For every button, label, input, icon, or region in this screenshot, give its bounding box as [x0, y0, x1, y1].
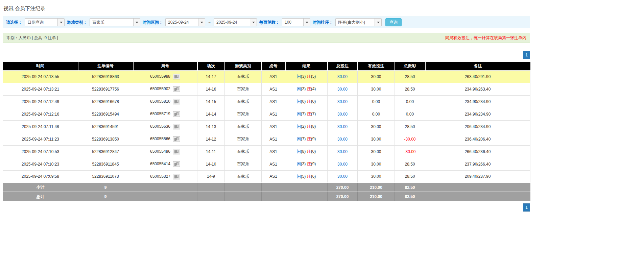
- total-bet-link[interactable]: 30.00: [337, 124, 348, 129]
- table-row: 2025-09-24 07:12:49522836916678650055810…: [3, 95, 530, 108]
- total-bet-link[interactable]: 30.00: [337, 137, 348, 142]
- chevron-down-icon[interactable]: [133, 19, 140, 26]
- chevron-down-icon[interactable]: [57, 19, 64, 26]
- round-number: 650055810: [150, 99, 170, 104]
- result-banker-label: 庄: [307, 162, 311, 166]
- chevron-down-icon[interactable]: [250, 19, 257, 26]
- col-header-session: 场次: [197, 62, 225, 70]
- total-count: 9: [78, 192, 133, 201]
- page-size-dropdown[interactable]: 100: [282, 18, 310, 26]
- cell-game-type: 百家乐: [225, 145, 262, 158]
- card-front-shape: [176, 175, 178, 178]
- card-front-shape: [176, 87, 178, 90]
- date-from-dropdown[interactable]: 2025-09-24: [165, 18, 205, 26]
- total-bet-link[interactable]: 30.00: [337, 99, 348, 104]
- result-player-label: 闲: [297, 99, 301, 104]
- cell-result: 闲(3) 庄(9): [285, 158, 328, 170]
- view-cards-icon[interactable]: [173, 99, 180, 104]
- page-size-value: 100: [282, 19, 303, 26]
- cell-payout: 28.50: [395, 83, 425, 95]
- range-separator: ~: [208, 20, 211, 25]
- view-cards-icon[interactable]: [173, 86, 180, 92]
- cell-total-bet: 30.00: [328, 133, 358, 145]
- cell-valid-bet: 30.00: [358, 83, 395, 95]
- cell-game-type: 百家乐: [225, 95, 262, 108]
- cell-note: 236.40/206.40: [425, 133, 530, 145]
- cell-session: 14-11: [197, 145, 225, 158]
- cell-total-bet: 30.00: [328, 170, 358, 183]
- subtotal-empty: [133, 183, 197, 192]
- view-cards-icon[interactable]: [173, 174, 180, 179]
- col-header-total-bet: 总投注: [328, 62, 358, 70]
- cell-round: 650055566: [133, 133, 197, 145]
- total-bet-link[interactable]: 30.00: [337, 149, 348, 154]
- cell-total-bet: 30.00: [328, 70, 358, 83]
- caret-glyph: [252, 22, 255, 23]
- view-cards-icon[interactable]: [173, 136, 180, 142]
- chevron-down-icon[interactable]: [303, 19, 310, 26]
- total-bet-link[interactable]: 30.00: [337, 87, 348, 92]
- cell-payout: 28.50: [395, 158, 425, 170]
- cell-session: 14-13: [197, 120, 225, 133]
- search-button[interactable]: 查询: [385, 18, 402, 26]
- col-header-time: 时间: [3, 62, 78, 70]
- subtotal-payout: 82.50: [395, 183, 425, 192]
- table-row: 2025-09-24 07:10:23522836911845650055414…: [3, 158, 530, 170]
- result-banker-label: 庄: [307, 99, 311, 104]
- cell-table-no: AS1: [262, 120, 285, 133]
- chevron-down-icon[interactable]: [198, 19, 205, 26]
- cell-bet-id: 522836918863: [78, 70, 133, 83]
- records-table: 时间 注单编号 局号 场次 游戏类别 桌号 结果 总投注 有效投注 总派彩 备注…: [3, 62, 530, 201]
- cell-session: 14-12: [197, 133, 225, 145]
- page-size-label: 每页笔数：: [259, 20, 280, 25]
- total-bet-link[interactable]: 30.00: [337, 112, 348, 117]
- pagination-bottom: 1: [3, 203, 530, 212]
- currency-summary-text: 币别：人民币 | 总共 :9 注单 |: [6, 35, 58, 41]
- table-footer: 小计 9 270.00 210.00 82.50 总计 9 2: [3, 183, 530, 201]
- view-cards-icon[interactable]: [173, 124, 180, 129]
- cell-valid-bet: 0.00: [358, 95, 395, 108]
- cell-result: 闲(3) 庄(5): [285, 70, 328, 83]
- cell-round: 650055414: [133, 158, 197, 170]
- cell-time: 2025-09-24 07:10:23: [3, 158, 78, 170]
- total-bet-link[interactable]: 30.00: [337, 74, 348, 79]
- summary-bar: 币别：人民币 | 总共 :9 注单 | 同局有效投注，统一计算在该局第一张注单内: [3, 33, 530, 43]
- cell-round: 650055636: [133, 120, 197, 133]
- subtotal-row: 小计 9 270.00 210.00 82.50: [3, 183, 530, 192]
- total-label: 总计: [3, 192, 78, 201]
- page-1-button[interactable]: 1: [523, 203, 530, 212]
- view-cards-icon[interactable]: [173, 161, 180, 167]
- game-type-dropdown[interactable]: 百家乐: [90, 18, 140, 26]
- sort-order-dropdown[interactable]: 降幂(由大到小): [335, 18, 382, 26]
- table-row: 2025-09-24 07:11:23522836913850650055566…: [3, 133, 530, 145]
- page-1-button[interactable]: 1: [523, 51, 530, 59]
- view-cards-icon[interactable]: [173, 149, 180, 154]
- result-banker-label: 庄: [307, 86, 311, 91]
- total-empty: [262, 192, 285, 201]
- card-front-shape: [176, 112, 178, 115]
- select-mode-dropdown[interactable]: 日期查询: [25, 18, 65, 26]
- cell-table-no: AS1: [262, 133, 285, 145]
- table-row: 2025-09-24 07:11:48522836914591650055636…: [3, 120, 530, 133]
- cell-round: 650055486: [133, 145, 197, 158]
- view-cards-icon[interactable]: [173, 111, 180, 117]
- chevron-down-icon[interactable]: [375, 19, 381, 26]
- cell-valid-bet: 0.00: [358, 108, 395, 120]
- view-cards-icon[interactable]: [173, 74, 180, 79]
- cell-bet-id: 522836913850: [78, 133, 133, 145]
- cell-session: 14-14: [197, 108, 225, 120]
- subtotal-total-bet: 270.00: [328, 183, 358, 192]
- round-number: 650055719: [150, 112, 170, 116]
- result-player-label: 闲: [297, 162, 301, 166]
- total-bet-link[interactable]: 30.00: [337, 174, 348, 179]
- subtotal-valid-bet: 210.00: [358, 183, 395, 192]
- col-header-result: 结果: [285, 62, 328, 70]
- date-to-dropdown[interactable]: 2025-09-24: [214, 18, 257, 26]
- total-bet-link[interactable]: 30.00: [337, 162, 348, 167]
- cell-table-no: AS1: [262, 108, 285, 120]
- cell-time: 2025-09-24 07:13:55: [3, 70, 78, 83]
- game-type-value: 百家乐: [90, 19, 133, 26]
- result-player-label: 闲: [297, 124, 301, 129]
- cell-table-no: AS1: [262, 158, 285, 170]
- result-banker-label: 庄: [307, 137, 311, 141]
